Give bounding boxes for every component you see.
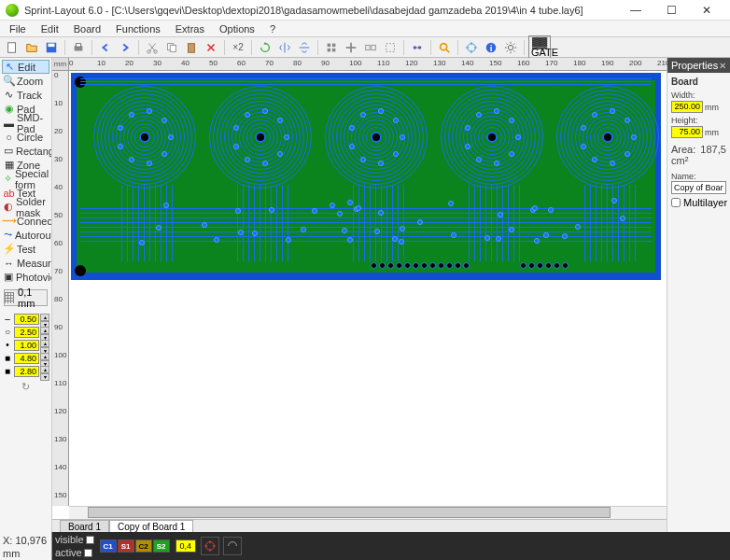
- ruler-unit: mm: [52, 58, 69, 71]
- menu-options[interactable]: Options: [212, 21, 262, 36]
- maximize-button[interactable]: ☐: [653, 0, 689, 21]
- menu-file[interactable]: File: [2, 21, 34, 36]
- param-spinner-1[interactable]: ○2.50▴▾: [2, 326, 49, 338]
- menu-help[interactable]: ?: [262, 21, 283, 36]
- special-icon: ✧: [4, 174, 12, 184]
- param-spinner-4[interactable]: ■2.80▴▾: [2, 365, 49, 377]
- drc-status-button[interactable]: [223, 537, 242, 555]
- tool-edit[interactable]: ↖Edit: [2, 60, 49, 74]
- active-checkbox[interactable]: [84, 549, 92, 557]
- board-name-input[interactable]: [671, 181, 726, 194]
- layer-buttons: C1S1C2S2: [97, 539, 173, 553]
- rotate-snap-icon[interactable]: ↻: [21, 381, 30, 393]
- active-label: active: [55, 547, 82, 558]
- tool-track[interactable]: ∿Track: [2, 88, 49, 102]
- rotate-button[interactable]: [256, 38, 274, 57]
- remove-conn-button[interactable]: [408, 38, 427, 57]
- circle-icon: ○: [4, 132, 14, 142]
- tool-test[interactable]: ⚡Test: [2, 242, 49, 256]
- snap-button[interactable]: [342, 38, 360, 57]
- horizontal-ruler[interactable]: 0102030405060708090100110120130140150160…: [69, 58, 667, 71]
- param-spinner-2[interactable]: •1.00▴▾: [2, 339, 49, 351]
- align-button[interactable]: [322, 38, 341, 57]
- delete-button[interactable]: [202, 38, 220, 57]
- settings-button[interactable]: [501, 38, 520, 57]
- height-unit: mm: [705, 128, 719, 137]
- width-input[interactable]: 250.00: [671, 101, 703, 113]
- pad-icon: ◉: [4, 104, 14, 114]
- open-button[interactable]: [22, 38, 41, 57]
- layer-s1[interactable]: S1: [118, 539, 134, 553]
- svg-rect-15: [350, 42, 352, 52]
- ungroup-button[interactable]: [381, 38, 400, 57]
- gate-button[interactable]: ▓▓GATE: [528, 35, 551, 60]
- tool-photoview[interactable]: ▣Photoview: [2, 270, 49, 284]
- test-icon: ⚡: [4, 244, 14, 254]
- track-width-status[interactable]: 0,4: [175, 539, 197, 553]
- cut-button[interactable]: [143, 38, 161, 57]
- board-tab[interactable]: Copy of Board 1: [109, 520, 193, 533]
- conn-icon: ⟿: [4, 216, 14, 226]
- svg-rect-13: [332, 48, 336, 51]
- main-toolbar: ×2 i ▓▓GATE: [0, 37, 730, 58]
- menu-board[interactable]: Board: [66, 21, 108, 36]
- svg-rect-16: [366, 45, 370, 49]
- mask-icon: ◐: [4, 202, 13, 212]
- menu-functions[interactable]: Functions: [108, 21, 168, 36]
- group-button[interactable]: [361, 38, 380, 57]
- horizontal-scrollbar[interactable]: [69, 506, 667, 519]
- reticle-button[interactable]: [462, 38, 481, 57]
- menu-extras[interactable]: Extras: [168, 21, 212, 36]
- tool-connections[interactable]: ⟿Connections: [2, 214, 49, 228]
- paste-button[interactable]: [182, 38, 201, 57]
- properties-header: Properties ✕: [667, 58, 730, 73]
- title-bar: Sprint-Layout 6.0 - [C:\Users\gqevi\Desk…: [0, 0, 730, 21]
- minimize-button[interactable]: —: [618, 0, 653, 21]
- redo-button[interactable]: [116, 38, 134, 57]
- close-button[interactable]: ✕: [689, 0, 724, 21]
- tool-zoom[interactable]: 🔍Zoom: [2, 74, 49, 88]
- svg-rect-2: [49, 43, 55, 47]
- mirror-v-button[interactable]: [295, 38, 314, 57]
- grid-size-button[interactable]: 0,1 mm: [4, 289, 48, 306]
- mirror-h-button[interactable]: [275, 38, 294, 57]
- close-panel-icon[interactable]: ✕: [719, 61, 726, 71]
- tool-solder-mask[interactable]: ◐Solder mask: [2, 200, 49, 214]
- app-icon: [6, 4, 19, 17]
- visible-checkbox[interactable]: [86, 536, 94, 544]
- pcb-canvas[interactable]: [69, 71, 667, 506]
- board-tab[interactable]: Board 1: [60, 520, 109, 533]
- tool-smd-pad[interactable]: ▬SMD-Pad: [2, 116, 49, 130]
- svg-rect-0: [8, 42, 16, 52]
- width-label: Width:: [671, 91, 726, 100]
- layer-c1[interactable]: C1: [100, 539, 117, 553]
- tool-autoroute[interactable]: ⤳Autoroute: [2, 228, 49, 242]
- copy-button[interactable]: [162, 38, 181, 57]
- undo-button[interactable]: [96, 38, 115, 57]
- save-button[interactable]: [42, 38, 61, 57]
- zoom-tool-button[interactable]: [435, 38, 454, 57]
- mounting-hole: [75, 265, 86, 276]
- tool-special-form[interactable]: ✧Special form: [2, 172, 49, 186]
- layer-s2[interactable]: S2: [153, 539, 170, 553]
- param-spinner-0[interactable]: –0.50▴▾: [2, 313, 49, 325]
- param-spinner-3[interactable]: ■4.80▴▾: [2, 352, 49, 364]
- track-icon: ∿: [4, 90, 14, 100]
- layer-c2[interactable]: C2: [135, 539, 152, 553]
- scrollbar-thumb[interactable]: [88, 507, 611, 518]
- reticle-status-button[interactable]: [201, 537, 219, 555]
- height-input[interactable]: 75.00: [671, 126, 703, 138]
- duplicate-button[interactable]: ×2: [229, 38, 247, 57]
- tool-rectangle[interactable]: ▭Rectangle▾: [2, 144, 49, 158]
- info-button[interactable]: i: [482, 38, 500, 57]
- print-button[interactable]: [69, 38, 88, 57]
- multilayer-checkbox[interactable]: Multilayer: [671, 197, 726, 208]
- name-label: Name:: [671, 172, 726, 181]
- tool-circle[interactable]: ○Circle: [2, 130, 49, 144]
- width-unit: mm: [705, 103, 719, 112]
- window-title: Sprint-Layout 6.0 - [C:\Users\gqevi\Desk…: [24, 5, 618, 16]
- menu-edit[interactable]: Edit: [34, 21, 66, 36]
- vertical-ruler[interactable]: 0102030405060708090100110120130140150160: [52, 71, 69, 506]
- tool-measure[interactable]: ↔Measure: [2, 256, 49, 270]
- new-button[interactable]: [3, 38, 21, 57]
